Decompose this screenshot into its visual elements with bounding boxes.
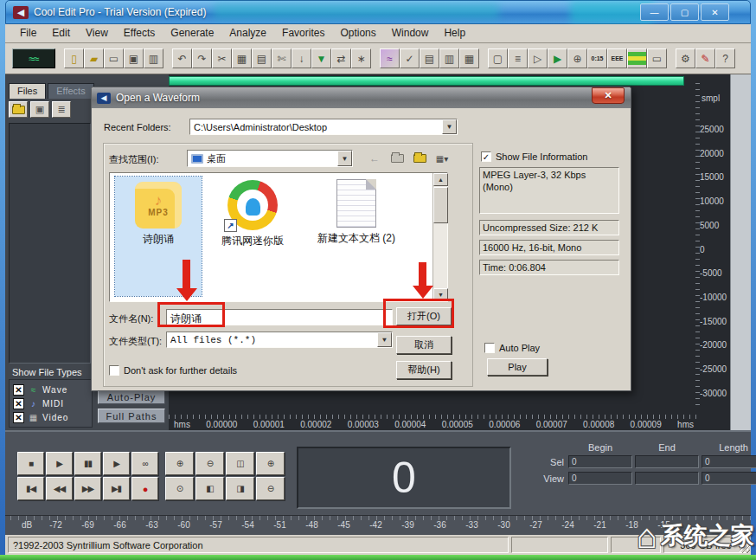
recent-folders-combo[interactable]: C:\Users\Administrator\Desktop ▼ xyxy=(189,119,458,135)
look-in-combo[interactable]: 桌面 ▼ xyxy=(187,150,353,167)
new-file-button[interactable]: ▯ xyxy=(64,48,84,68)
tab-effects[interactable]: Effects xyxy=(48,83,93,99)
sel-begin-field[interactable]: 0 xyxy=(568,455,632,468)
zoom-right-edge-button[interactable]: ◨ xyxy=(226,477,254,500)
menu-item[interactable]: Favorites xyxy=(274,24,332,42)
open-file-button[interactable]: ▰ xyxy=(84,48,104,68)
menu-item[interactable]: Effects xyxy=(116,24,163,42)
menu-item[interactable]: Analyze xyxy=(221,24,274,42)
file-type-row[interactable]: ✕ ▦ Video xyxy=(13,410,88,424)
go-to-start-button[interactable]: ▮◀ xyxy=(17,477,44,500)
view-length-field[interactable]: 0 xyxy=(702,472,756,485)
view-end-field[interactable] xyxy=(635,472,699,485)
spectral-view-button[interactable]: ▤ xyxy=(420,48,439,68)
time-counter-display[interactable]: 0 xyxy=(297,447,511,509)
zoom-in-button[interactable]: ⊕ xyxy=(165,452,194,475)
undo-button[interactable]: ↶ xyxy=(172,48,192,68)
select-tool-button[interactable]: ✓ xyxy=(400,48,420,68)
pause-button[interactable]: ▮▮ xyxy=(74,452,101,475)
back-icon[interactable]: ← xyxy=(365,150,384,167)
zoom-out-button[interactable]: ⊖ xyxy=(195,452,224,475)
chevron-down-icon[interactable]: ▼ xyxy=(337,151,352,166)
auto-play-checkbox[interactable] xyxy=(484,343,495,353)
dialog-title-bar[interactable]: ◀ Open a Waveform xyxy=(92,87,631,108)
show-file-info-checkrow[interactable]: ✓ Show File Information xyxy=(481,151,587,162)
play-button[interactable]: ▶ xyxy=(46,452,73,475)
view-begin-field[interactable]: 0 xyxy=(568,472,632,485)
trim-button[interactable]: ✂ xyxy=(212,48,232,68)
file-item[interactable]: ↗ 腾讯网迷你版 xyxy=(208,177,297,248)
file-type-checkbox[interactable]: ✕ xyxy=(13,412,24,423)
view-menu-icon[interactable]: ▦▾ xyxy=(432,150,452,167)
dialog-close-button[interactable]: ✕ xyxy=(592,87,625,104)
open-folder-button[interactable] xyxy=(9,101,28,118)
auto-play-toggle-button[interactable]: Auto-Play xyxy=(98,389,165,404)
scrollbar-thumb[interactable] xyxy=(433,187,448,223)
menu-item[interactable]: File xyxy=(12,24,44,42)
chevron-down-icon[interactable]: ▼ xyxy=(442,119,457,134)
minimize-button[interactable]: — xyxy=(640,3,669,21)
file-type-row[interactable]: ✕ ♪ MIDI xyxy=(13,396,88,410)
chevron-down-icon[interactable]: ▼ xyxy=(377,332,392,347)
paste-mix-button[interactable]: ▼ xyxy=(311,48,331,68)
play-looped-button[interactable]: ▶ xyxy=(103,452,130,475)
file-type-checkbox[interactable]: ✕ xyxy=(13,398,24,409)
save-file-button[interactable]: ▭ xyxy=(104,48,124,68)
menu-item[interactable]: Help xyxy=(436,24,473,42)
file-type-checkbox[interactable]: ✕ xyxy=(13,384,24,396)
save-as-button[interactable]: ▣ xyxy=(124,48,144,68)
file-item[interactable]: 新建文本文档 (2) xyxy=(305,177,407,246)
fast-forward-button[interactable]: ▶▶ xyxy=(74,477,101,500)
go-to-end-button[interactable]: ▶▮ xyxy=(103,477,130,500)
zoom-in-horizontal-button[interactable]: ⊕ xyxy=(256,452,285,475)
cut-button[interactable]: ✄ xyxy=(272,48,292,68)
cancel-button[interactable]: 取消 xyxy=(396,336,452,354)
sparkle-effect-button[interactable]: ∗ xyxy=(351,48,371,68)
full-paths-toggle-button[interactable]: Full Paths xyxy=(98,409,165,423)
close-button[interactable]: ✕ xyxy=(701,3,729,21)
time-window-button[interactable]: 0:15 xyxy=(587,48,607,68)
dont-ask-checkbox[interactable] xyxy=(109,365,119,376)
level-meters-button[interactable]: ▬ xyxy=(627,48,647,68)
sel-end-field[interactable] xyxy=(635,455,699,468)
window-organizer-button[interactable]: ≡ xyxy=(508,48,528,68)
zoom-out-horizontal-button[interactable]: ⊖ xyxy=(256,477,285,500)
stop-button[interactable]: ■ xyxy=(17,452,44,475)
menu-item[interactable]: View xyxy=(78,24,116,42)
record-button[interactable]: ● xyxy=(131,477,158,500)
rewind-button[interactable]: ◀◀ xyxy=(46,477,73,500)
zoom-to-selection-button[interactable]: ⊙ xyxy=(165,477,194,500)
sel-length-field[interactable]: 0 xyxy=(702,455,756,468)
file-list-scrollbar[interactable]: ▲ ▼ xyxy=(432,173,447,301)
menu-item[interactable]: Options xyxy=(332,24,383,42)
menu-item[interactable]: Edit xyxy=(44,24,78,42)
zoom-left-edge-button[interactable]: ◧ xyxy=(195,477,224,500)
auto-play-checkrow[interactable]: Auto Play xyxy=(484,343,540,353)
show-file-info-checkbox[interactable]: ✓ xyxy=(481,151,491,162)
edit-waveform-button[interactable]: ≈ xyxy=(380,48,400,68)
window-waveform-button[interactable]: ▢ xyxy=(488,48,508,68)
convert-sample-type-button[interactable]: ⇄ xyxy=(331,48,351,68)
scripts-button[interactable]: ✎ xyxy=(695,48,715,68)
zoom-window-button[interactable]: ⊕ xyxy=(567,48,587,68)
spectral-view-2-button[interactable]: ▥ xyxy=(439,48,459,68)
file-options-button[interactable]: ≣ xyxy=(52,101,71,118)
waveform-display-button[interactable]: ≈≈ xyxy=(12,48,55,68)
window-cue-list-button[interactable]: ▷ xyxy=(528,48,548,68)
frame-selection-button[interactable]: ▦ xyxy=(232,48,252,68)
help-button[interactable]: 帮助(H) xyxy=(396,361,452,379)
help-button[interactable]: ? xyxy=(715,48,735,68)
up-folder-icon[interactable] xyxy=(388,150,407,167)
play-window-button[interactable]: ▶ xyxy=(548,48,567,68)
copy-button[interactable]: ▤ xyxy=(252,48,272,68)
vertical-scrollbar[interactable] xyxy=(730,74,751,430)
play-button[interactable]: Play xyxy=(487,358,548,376)
redo-button[interactable]: ↷ xyxy=(192,48,212,68)
file-list-box[interactable] xyxy=(9,123,91,364)
menu-item[interactable]: Generate xyxy=(163,24,221,42)
settings-button[interactable]: ⚙ xyxy=(676,48,695,68)
paste-button[interactable]: ↓ xyxy=(292,48,311,68)
new-folder-icon[interactable] xyxy=(410,150,429,167)
dont-ask-checkrow[interactable]: Don't ask for further details xyxy=(109,365,237,376)
maximize-button[interactable]: ▢ xyxy=(670,3,699,21)
